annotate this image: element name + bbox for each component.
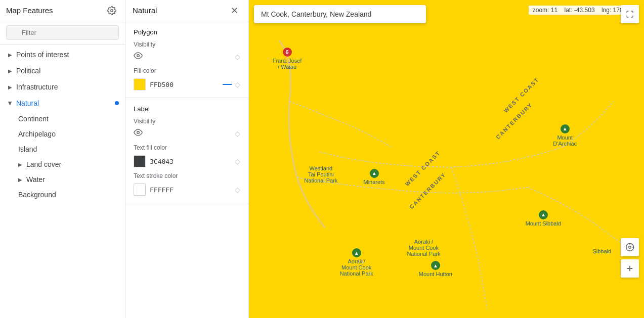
lat-value: -43.503: [574, 7, 595, 14]
visibility-label: Visibility: [134, 41, 240, 48]
eye-icon[interactable]: [134, 51, 143, 62]
west-coast-label-1: WEST COAST: [502, 76, 540, 114]
svg-point-3: [137, 131, 140, 134]
arrow-icon: ▶: [18, 162, 22, 167]
label-eye-icon[interactable]: [134, 128, 143, 139]
sidebar-item-natural[interactable]: ▶ Natural: [0, 95, 125, 111]
svg-point-0: [111, 9, 113, 12]
fill-color-hex: FFD500: [150, 81, 174, 88]
zoom-label: zoom:: [533, 7, 549, 14]
aoraki-place-2: ▲ Aoraki/Mount CookNational Park: [340, 248, 373, 277]
text-fill-hex: 3C4043: [150, 158, 174, 165]
minarets-place: ▲ Minarets: [363, 168, 384, 185]
text-stroke-swatch[interactable]: [134, 184, 146, 196]
svg-point-2: [137, 55, 140, 57]
franz-josef-place: 6 Franz Josef/ Waiau: [273, 48, 302, 70]
filter-input[interactable]: [6, 25, 119, 40]
sibbald-place: Sibbald: [592, 248, 611, 254]
text-fill-diamond-icon[interactable]: ◇: [235, 157, 240, 165]
aoraki-place-1: Aoraki /Mount CookNational Park: [407, 239, 440, 257]
text-stroke-label: Text stroke color: [134, 172, 240, 179]
polygon-label: Polygon: [134, 28, 240, 36]
arrow-icon: ▶: [8, 52, 12, 58]
park-icon: ▲: [431, 261, 440, 270]
west-coast-label-2: WEST COAST: [404, 150, 441, 187]
place-badge: 6: [283, 48, 292, 57]
label-section: Label Visibility ◇ Text fill color 3C404…: [125, 98, 248, 203]
sidebar-item-land-cover[interactable]: ▶ Land cover: [0, 157, 125, 172]
fill-diamond-icon[interactable]: ◇: [235, 80, 240, 88]
park-icon: ▲: [352, 248, 361, 257]
place-label: Mount Sibbald: [526, 220, 561, 226]
map-area[interactable]: zoom: 11 lat: -43.503 lng: 170.306 Mt Co…: [249, 0, 644, 318]
westland-place: WestlandTai PoutiniNational Park: [304, 165, 337, 184]
map-controls: [621, 238, 639, 278]
sidebar-item-political[interactable]: ▶ Political: [0, 63, 125, 79]
filter-bar: [0, 21, 125, 44]
arrow-icon: ▶: [18, 177, 22, 183]
label-section-title: Label: [134, 105, 240, 113]
settings-button[interactable]: [105, 4, 119, 18]
place-label: Aoraki/Mount CookNational Park: [340, 258, 373, 277]
place-label: Mount Hutton: [419, 271, 452, 277]
park-icon: ▲: [370, 169, 379, 178]
color-line-icon: [223, 84, 232, 85]
label-visibility-row: ◇: [134, 128, 240, 139]
canterbury-label-2: CANTERBURY: [408, 171, 447, 210]
zoom-in-button[interactable]: [621, 259, 639, 278]
place-label: Franz Josef/ Waiau: [273, 58, 302, 70]
arrow-icon: ▶: [8, 101, 13, 105]
sidebar-title: Map Features: [6, 6, 53, 15]
place-label: Minarets: [363, 179, 384, 185]
sidebar-item-infrastructure[interactable]: ▶ Infrastructure: [0, 79, 125, 95]
lat-label: lat:: [565, 7, 573, 14]
park-icon: ▲: [561, 124, 570, 133]
text-stroke-row: FFFFFF ◇: [134, 184, 240, 196]
place-label: WestlandTai PoutiniNational Park: [304, 165, 337, 184]
fill-color-row: FFD500 ◇: [134, 78, 240, 90]
diamond-icon[interactable]: ◇: [235, 53, 240, 61]
canterbury-label-1: CANTERBURY: [495, 101, 534, 140]
fullscreen-button[interactable]: [621, 5, 639, 23]
fill-color-swatch[interactable]: [134, 78, 146, 90]
sidebar-item-continent[interactable]: Continent: [0, 111, 125, 126]
sidebar-item-archipelago[interactable]: Archipelago: [0, 126, 125, 142]
label-diamond-icon[interactable]: ◇: [235, 129, 240, 138]
panel-title: Natural: [133, 6, 157, 15]
mount-sibbald-place: ▲ Mount Sibbald: [526, 210, 561, 226]
polygon-visibility-row: ◇: [134, 51, 240, 62]
place-label: Sibbald: [592, 248, 611, 254]
fill-color-label: Fill color: [134, 67, 240, 74]
svg-point-5: [629, 246, 631, 249]
close-button[interactable]: ✕: [227, 4, 241, 18]
text-stroke-hex: FFFFFF: [150, 186, 174, 194]
search-box: Mt Cook, Canterbury, New Zealand: [254, 5, 426, 23]
location-button[interactable]: [621, 238, 639, 256]
text-stroke-diamond-icon[interactable]: ◇: [235, 186, 240, 194]
text-fill-color-left: 3C4043: [134, 155, 174, 167]
polygon-section: Polygon Visibility ◇ Fill color FFD500: [125, 21, 248, 98]
sidebar-item-background[interactable]: Background: [0, 187, 125, 202]
arrow-icon: ▶: [8, 68, 12, 74]
sidebar-item-island[interactable]: Island: [0, 142, 125, 157]
zoom-value: 11: [551, 7, 557, 14]
text-fill-swatch[interactable]: [134, 155, 146, 167]
nav-list: ▶ Points of interest ▶ Political ▶ Infra…: [0, 44, 125, 204]
text-fill-label: Text fill color: [134, 144, 240, 151]
active-dot: [115, 101, 119, 105]
text-fill-row: 3C4043 ◇: [134, 155, 240, 167]
park-icon: ▲: [539, 210, 548, 219]
panel-header: Natural ✕: [125, 0, 248, 21]
sidebar-item-water[interactable]: ▶ Water: [0, 172, 125, 187]
arrow-icon: ▶: [8, 84, 12, 90]
mount-darchiac-place: ▲ MountD'Archiac: [553, 124, 577, 147]
sidebar-item-points-of-interest[interactable]: ▶ Points of interest: [0, 47, 125, 63]
natural-panel: Natural ✕ Polygon Visibility ◇ Fill colo…: [125, 0, 249, 318]
place-label: MountD'Archiac: [553, 134, 577, 147]
search-text: Mt Cook, Canterbury, New Zealand: [261, 10, 371, 18]
lng-label: lng:: [602, 7, 611, 14]
mount-hutton-place: ▲ Mount Hutton: [419, 261, 452, 278]
text-stroke-color-left: FFFFFF: [134, 184, 174, 196]
left-sidebar: Map Features ▶ Points of interest ▶: [0, 0, 125, 318]
sidebar-header: Map Features: [0, 0, 125, 21]
